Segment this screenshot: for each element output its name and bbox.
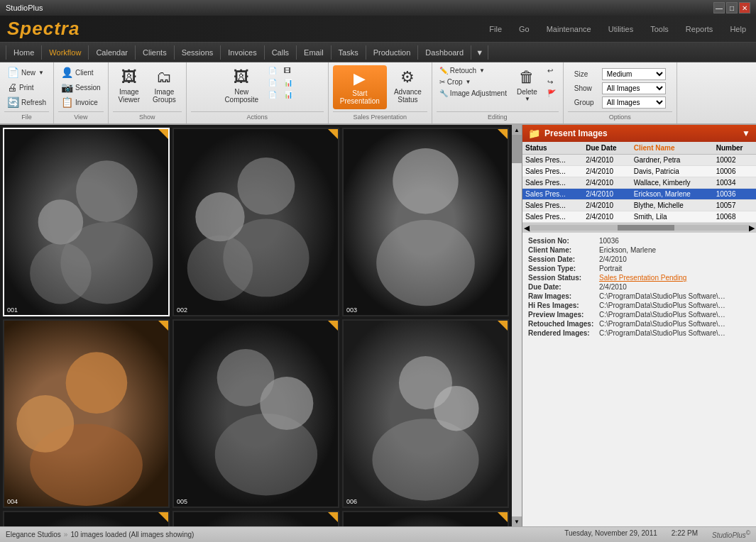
scroll-thumb[interactable] (512, 135, 522, 163)
menu-help[interactable]: Help (727, 23, 749, 35)
maximize-button[interactable]: □ (726, 2, 738, 13)
nav-dashboard[interactable]: Dashboard (418, 45, 471, 60)
image-cell-006[interactable]: 006 (342, 319, 509, 508)
nav-email[interactable]: Email (297, 45, 332, 60)
nav-sessions[interactable]: Sessions (175, 45, 221, 60)
image-adjustment-button[interactable]: 🔧 Image Adjustment (437, 88, 510, 99)
show-select[interactable]: All Images (602, 82, 666, 94)
hi-res-label: Hi Res Images: (528, 302, 599, 309)
print-button[interactable]: 🖨 Print (4, 80, 49, 94)
menu-utilities[interactable]: Utilities (606, 23, 636, 35)
session-status-value[interactable]: Sales Presentation Pending (599, 274, 686, 282)
retouched-value: C:\ProgramData\StudioPlus Software\Stud.… (599, 320, 727, 328)
table-row[interactable]: Sales Pres... 2/4/2010 Davis, Patricia 1… (522, 166, 756, 177)
undo-button[interactable]: ↩ (544, 65, 559, 76)
action-btn-1[interactable]: 📄 (265, 65, 280, 76)
scroll-down-button[interactable]: ▼ (512, 516, 522, 526)
nav-home[interactable]: Home (6, 45, 42, 60)
image-cell-001[interactable]: 001 (3, 128, 170, 316)
number-cell: 10002 (713, 155, 756, 166)
show-group-label: Show (113, 111, 182, 121)
menu-maintenance[interactable]: Maintenance (544, 23, 594, 35)
scroll-right-icon[interactable]: ▶ (749, 223, 755, 233)
menu-file[interactable]: File (486, 23, 505, 35)
menu-tools[interactable]: Tools (647, 23, 672, 35)
image-cell-007[interactable]: 007 (3, 511, 170, 526)
nav-production[interactable]: Production (366, 45, 419, 60)
image-cell-005[interactable]: 005 (172, 319, 339, 508)
client-cell: Wallace, Kimberly (631, 177, 713, 189)
image-viewer-button[interactable]: 🖼 ImageViewer (113, 65, 146, 106)
portrait-008-svg (174, 512, 338, 526)
image-groups-button[interactable]: 🗂 ImageGroups (147, 65, 182, 106)
crop-button[interactable]: ✂ Crop ▼ (437, 77, 510, 87)
nav-calendar[interactable]: Calendar (89, 45, 136, 60)
nav-clients[interactable]: Clients (136, 45, 175, 60)
table-row[interactable]: Sales Pres... 2/4/2010 Wallace, Kimberly… (522, 177, 756, 189)
corner-marker-002 (328, 129, 338, 139)
table-row[interactable]: Sales Pres... 2/4/2010 Blythe, Michelle … (522, 200, 756, 211)
session-button[interactable]: 📷 Session (58, 80, 104, 94)
ribbon: 📄 New ▼ 🖨 Print 🔄 Refresh File 👤 (0, 62, 756, 125)
detail-preview: Preview Images: C:\ProgramData\StudioPlu… (528, 311, 750, 319)
table-row[interactable]: Sales Pres... 2/4/2010 Gardner, Petra 10… (522, 155, 756, 166)
client-cell: Erickson, Marlene (631, 189, 713, 200)
horizontal-scrollbar[interactable]: ◀ ▶ (522, 223, 756, 233)
flag-button[interactable]: 🚩 (544, 88, 559, 99)
start-presentation-button[interactable]: ▶ StartPresentation (333, 65, 387, 109)
advance-status-icon: ⚙ (400, 68, 415, 87)
image-cell-002[interactable]: 002 (172, 128, 339, 316)
table-row[interactable]: Sales Pres... 2/4/2010 Erickson, Marlene… (522, 189, 756, 200)
nav-dropdown-arrow[interactable]: ▼ (471, 45, 488, 60)
show-option-row: Show All Images (574, 82, 666, 94)
action-btn-2[interactable]: 📄 (265, 77, 280, 88)
group-select[interactable]: All Images (602, 96, 666, 109)
image-cell-008[interactable]: 008 (172, 511, 339, 526)
editing-col2: 🗑 Delete ▼ (511, 65, 543, 105)
client-button[interactable]: 👤 Client (58, 65, 104, 79)
h-scroll-thumb[interactable] (618, 225, 674, 231)
redo-button[interactable]: ↪ (544, 77, 559, 87)
minimize-button[interactable]: — (713, 2, 725, 13)
close-button[interactable]: ✕ (739, 2, 750, 13)
editing-col1: ✏️ Retouch ▼ ✂ Crop ▼ 🔧 Image Adjustment (437, 65, 510, 99)
images-loaded-status: 10 images loaded (All images showing) (70, 531, 194, 538)
image-cell-003[interactable]: 003 (342, 128, 509, 316)
actions-small-col2: 🎞 📊 📊 (281, 65, 295, 100)
invoice-button[interactable]: 📋 Invoice (58, 95, 104, 109)
delete-button[interactable]: 🗑 Delete ▼ (511, 65, 543, 105)
ribbon-file-group: 📄 New ▼ 🖨 Print 🔄 Refresh File (0, 62, 54, 123)
session-label: Session (75, 84, 101, 92)
session-date-value: 2/4/2010 (599, 255, 627, 263)
action-btn-5[interactable]: 📊 (281, 77, 295, 88)
nav-invoices[interactable]: Invoices (221, 45, 264, 60)
menu-reports[interactable]: Reports (683, 23, 716, 35)
client-cell: Gardner, Petra (631, 155, 713, 166)
advance-status-button[interactable]: ⚙ AdvanceStatus (388, 65, 427, 106)
print-icon: 🖨 (7, 82, 17, 93)
session-icon: 📷 (61, 82, 73, 93)
detail-session-date: Session Date: 2/4/2010 (528, 255, 750, 263)
new-composite-button[interactable]: 🖼 NewComposite (219, 65, 264, 106)
header-dropdown-icon[interactable]: ▼ (742, 128, 750, 138)
refresh-button[interactable]: 🔄 Refresh (4, 95, 49, 109)
status-right: Tuesday, November 29, 2011 2:22 PM Studi… (564, 529, 750, 539)
table-row[interactable]: Sales Pres... 2/4/2010 Smith, Lila 10068 (522, 211, 756, 223)
action-btn-3[interactable]: 📄 (265, 89, 280, 100)
nav-calls[interactable]: Calls (265, 45, 297, 60)
menu-go[interactable]: Go (516, 23, 532, 35)
action-btn-6[interactable]: 📊 (281, 89, 295, 100)
image-cell-004[interactable]: 004 (3, 319, 170, 508)
grid-scrollbar[interactable]: ▲ ▼ (512, 125, 522, 526)
scroll-up-button[interactable]: ▲ (512, 125, 522, 135)
retouch-button[interactable]: ✏️ Retouch ▼ (437, 65, 510, 76)
scroll-left-icon[interactable]: ◀ (524, 223, 530, 233)
title-bar-left: StudioPlus (6, 4, 43, 12)
due-date-label: Due Date: (528, 283, 599, 291)
new-button[interactable]: 📄 New ▼ (4, 65, 49, 79)
image-cell-009[interactable]: 009 (342, 511, 509, 526)
action-btn-4[interactable]: 🎞 (281, 65, 295, 76)
size-select[interactable]: Medium Small Large (602, 68, 666, 80)
nav-tasks[interactable]: Tasks (332, 45, 366, 60)
nav-workflow[interactable]: Workflow (42, 45, 89, 60)
